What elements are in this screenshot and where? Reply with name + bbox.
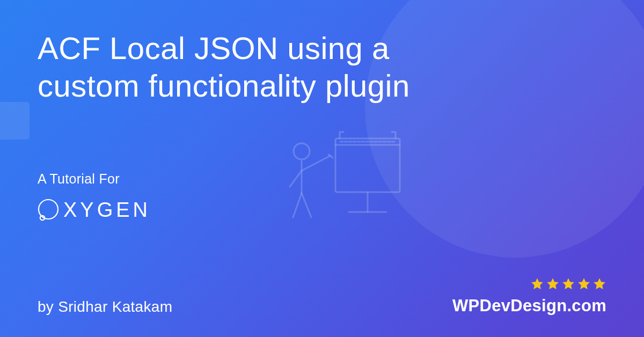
banner-title: ACF Local JSON using a custom functional… — [38, 30, 478, 104]
star-icon — [546, 277, 560, 291]
svg-marker-6 — [531, 278, 543, 289]
star-rating — [530, 277, 606, 291]
oxygen-logo: XYGEN — [38, 196, 606, 224]
svg-marker-7 — [547, 278, 559, 289]
star-icon — [530, 277, 544, 291]
svg-point-1 — [294, 143, 310, 159]
svg-marker-9 — [578, 278, 590, 289]
star-icon — [577, 277, 591, 291]
footer-row: by Sridhar Katakam WPDevDesign.com — [38, 277, 606, 316]
star-icon — [561, 277, 575, 291]
promo-banner: ACF Local JSON using a custom functional… — [0, 0, 644, 337]
author-byline: by Sridhar Katakam — [38, 298, 172, 316]
right-column: WPDevDesign.com — [452, 277, 606, 316]
decorative-accent — [0, 102, 30, 140]
star-icon — [592, 277, 606, 291]
svg-text:XYGEN: XYGEN — [63, 199, 151, 221]
site-name: WPDevDesign.com — [452, 296, 606, 316]
svg-marker-10 — [594, 278, 605, 289]
svg-marker-8 — [562, 278, 574, 289]
subtitle-text: A Tutorial For — [38, 171, 606, 187]
